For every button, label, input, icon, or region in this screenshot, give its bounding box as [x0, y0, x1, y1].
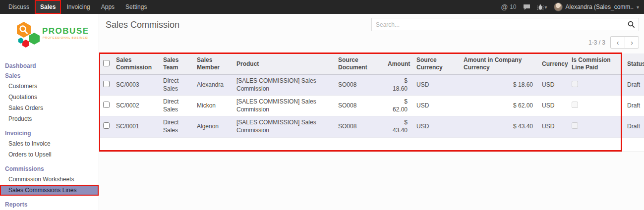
sidebar-item-sales-orders[interactable]: Sales Orders — [0, 103, 99, 113]
topbar-menus: Discuss Sales Invoicing Apps Settings — [3, 0, 152, 14]
row-checkbox[interactable] — [103, 81, 110, 87]
paid-checkbox — [572, 102, 578, 108]
menu-discuss[interactable]: Discuss — [3, 0, 35, 14]
table-row[interactable]: SC/0002 Direct Sales Mickon [SALES COMMI… — [99, 96, 644, 116]
col-status[interactable]: Status — [623, 53, 644, 75]
table-header-row: Sales Commission Sales Team Sales Member… — [99, 53, 644, 75]
col-sales-commission[interactable]: Sales Commission — [112, 53, 159, 75]
select-all-checkbox[interactable] — [103, 60, 110, 66]
sidebar-heading-reports[interactable]: Reports — [0, 200, 99, 210]
brand-text: PROBUSE — [42, 26, 88, 36]
mention-count: 10 — [510, 3, 516, 10]
col-is-commission-line-paid[interactable]: Is Commision Line Paid — [568, 53, 623, 75]
control-panel: Sales Commission 1-3 / 3 ‹ › — [99, 14, 644, 49]
cell-source-currency: USD — [412, 96, 460, 116]
company-logo: PROBUSE PROFESSIONAL BUSINESS — [0, 14, 99, 55]
cell-status: Draft — [623, 75, 644, 96]
sidebar-item-customers[interactable]: Customers — [0, 81, 99, 92]
cell-amount: $ 62.00 — [384, 96, 412, 116]
cell-source-document: SO008 — [334, 96, 384, 116]
user-name: Alexandra (Sales_comm.. — [566, 3, 634, 10]
row-select-cell — [99, 96, 112, 116]
search-input[interactable] — [372, 19, 624, 30]
cell-product: [SALES COMMISSION] Sales Commission — [233, 96, 334, 116]
sidebar-heading-dashboard[interactable]: Dashboard — [0, 61, 99, 71]
cell-member: Algenon — [193, 116, 233, 137]
cell-name: SC/0003 — [112, 75, 159, 96]
menu-settings[interactable]: Settings — [120, 0, 152, 14]
menu-apps[interactable]: Apps — [96, 0, 120, 14]
col-amount[interactable]: Amount — [384, 53, 412, 75]
sidebar-item-products[interactable]: Products — [0, 113, 99, 124]
cell-team: Direct Sales — [159, 116, 193, 137]
mention-counter[interactable]: @ 10 — [501, 3, 517, 11]
cell-source-currency: USD — [412, 116, 460, 137]
topbar: Discuss Sales Invoicing Apps Settings @ … — [0, 0, 644, 14]
avatar — [554, 2, 563, 11]
sidebar-item-sales-to-invoice[interactable]: Sales to Invoice — [0, 138, 99, 149]
sidebar: PROBUSE PROFESSIONAL BUSINESS Dashboard … — [0, 14, 99, 210]
cell-product: [SALES COMMISSION] Sales Commission — [233, 116, 334, 137]
sidebar-nav: Dashboard Sales Customers Quotations Sal… — [0, 61, 99, 210]
caret-down-icon: ▾ — [545, 4, 547, 10]
cell-amount: $ 43.40 — [384, 116, 412, 137]
col-currency[interactable]: Currency — [538, 53, 568, 75]
cell-name: SC/0001 — [112, 116, 159, 137]
bug-icon — [537, 4, 544, 10]
col-source-document[interactable]: Source Document — [334, 53, 384, 75]
cell-source-currency: USD — [412, 75, 460, 96]
menu-invoicing[interactable]: Invoicing — [61, 0, 95, 14]
col-amount-company-currency[interactable]: Amount in Company Currency — [460, 53, 538, 75]
topbar-right: @ 10 ▾ Alexandra (Sales_comm.. — [501, 2, 639, 11]
logo-hexagon-green — [29, 33, 40, 45]
sidebar-heading-commissions[interactable]: Commissions — [0, 164, 99, 174]
row-checkbox[interactable] — [103, 102, 110, 108]
cell-currency: USD — [538, 116, 568, 137]
col-sales-team[interactable]: Sales Team — [159, 53, 193, 75]
pager-next-button[interactable]: › — [625, 36, 639, 49]
main-content: Sales Commission 1-3 / 3 ‹ › — [99, 14, 644, 210]
debug-menu-button[interactable]: ▾ — [537, 4, 547, 10]
pager-previous-button[interactable]: ‹ — [610, 36, 625, 49]
cell-source-document: SO008 — [334, 75, 384, 96]
sidebar-item-commission-worksheets[interactable]: Commission Worksheets — [0, 174, 99, 185]
logo-hexagon-red — [22, 40, 29, 48]
col-source-currency[interactable]: Source Currency — [412, 53, 460, 75]
col-product[interactable]: Product — [233, 53, 334, 75]
pager: ‹ › — [610, 36, 639, 49]
brand-tagline: PROFESSIONAL BUSINESS — [43, 36, 88, 39]
cell-member: Mickon — [193, 96, 233, 116]
paid-checkbox — [572, 81, 578, 87]
cell-source-document: SO008 — [334, 116, 384, 137]
commission-list-view: Sales Commission Sales Team Sales Member… — [99, 53, 644, 152]
table-row[interactable]: SC/0001 Direct Sales Algenon [SALES COMM… — [99, 116, 644, 137]
messages-button[interactable] — [523, 4, 530, 10]
cell-amount-company: $ 43.40 — [460, 116, 538, 137]
select-all-cell — [99, 53, 112, 75]
search-button[interactable] — [624, 18, 639, 31]
commission-table: Sales Commission Sales Team Sales Member… — [99, 53, 644, 138]
cell-amount-company: $ 62.00 — [460, 96, 538, 116]
cell-status: Draft — [623, 116, 644, 137]
sidebar-heading-sales[interactable]: Sales — [0, 71, 99, 81]
sidebar-item-sales-commissions-lines[interactable]: Sales Commissions Lines — [0, 185, 99, 196]
cell-amount: $ 18.60 — [384, 75, 412, 96]
cell-paid — [568, 75, 623, 96]
sidebar-item-orders-to-upsell[interactable]: Orders to Upsell — [0, 149, 99, 160]
col-sales-member[interactable]: Sales Member — [193, 53, 233, 75]
mention-icon: @ — [501, 3, 508, 11]
search-box — [371, 18, 639, 31]
menu-sales[interactable]: Sales — [35, 0, 61, 14]
page-title: Sales Commission — [106, 20, 179, 30]
row-select-cell — [99, 116, 112, 137]
row-checkbox[interactable] — [103, 122, 110, 129]
sidebar-heading-invoicing[interactable]: Invoicing — [0, 128, 99, 138]
user-menu[interactable]: Alexandra (Sales_comm.. ▾ — [554, 2, 639, 11]
caret-down-icon: ▾ — [637, 4, 639, 10]
sidebar-item-quotations[interactable]: Quotations — [0, 92, 99, 103]
cell-team: Direct Sales — [159, 75, 193, 96]
cell-product: [SALES COMMISSION] Sales Commission — [233, 75, 334, 96]
cell-status: Draft — [623, 96, 644, 116]
cell-currency: USD — [538, 75, 568, 96]
table-row[interactable]: SC/0003 Direct Sales Alexandra [SALES CO… — [99, 75, 644, 96]
